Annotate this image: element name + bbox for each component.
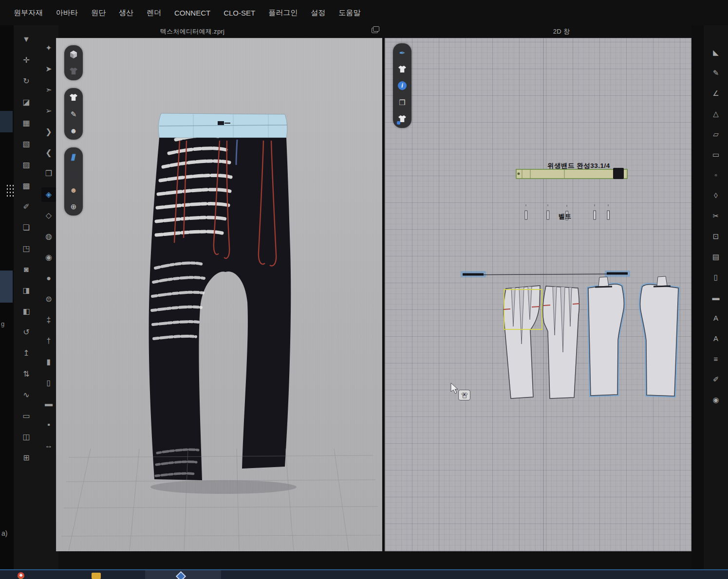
fabric-roll1-icon[interactable]: ▮ (41, 355, 56, 369)
menu-item[interactable]: 플러그인 (268, 8, 298, 18)
fold-arrange-icon[interactable]: ◳ (19, 241, 34, 256)
button-large-icon[interactable]: ● (41, 271, 56, 286)
tack-pin3-icon[interactable]: ➢ (41, 104, 56, 118)
pattern-info-icon[interactable]: i (396, 80, 409, 91)
sew-machine-icon[interactable]: ▦ (19, 116, 34, 130)
text-tool-icon[interactable]: A (709, 310, 723, 325)
edit-pattern-icon[interactable]: ✎ (709, 65, 723, 80)
text-style-icon[interactable]: A (709, 331, 723, 345)
fabric-roll4-icon[interactable]: ▪ (41, 417, 56, 432)
edit-curve-icon[interactable]: ∠ (709, 86, 723, 100)
folder-icon[interactable] (92, 573, 101, 579)
garment-measure-icon[interactable]: ◫ (19, 430, 34, 444)
menu-item[interactable]: 원부자재 (14, 8, 43, 18)
active-app-tile[interactable] (145, 570, 221, 579)
wrap-cylinder-icon[interactable]: ◧ (19, 304, 34, 319)
needle-tool-icon[interactable]: ✒ (396, 47, 409, 58)
garment-measure2-icon[interactable]: ⊞ (19, 451, 34, 465)
tack-pin5-icon[interactable]: ❮ (41, 145, 56, 160)
fabric-bundle-icon[interactable]: ❒ (41, 166, 56, 181)
menu-item[interactable]: 아바타 (56, 8, 78, 18)
pattern-pieces-belt-loops[interactable]: 벨트 (525, 204, 610, 220)
trace-icon[interactable]: ⊡ (709, 229, 723, 243)
show-garment-icon[interactable] (67, 91, 80, 103)
simulate-icon[interactable]: ▼ (19, 32, 34, 47)
browser-icon[interactable] (18, 572, 24, 579)
zipper-icon[interactable]: ‡ (41, 313, 56, 327)
spread-tool-icon[interactable]: ↔ (41, 438, 56, 453)
transform-pattern-icon[interactable]: ◣ (709, 45, 723, 59)
texture-shirt-active-icon[interactable]: ◈ (41, 187, 56, 202)
rotate-tool-icon[interactable]: ↻ (19, 74, 34, 89)
tack-pin1-icon[interactable]: ➤ (41, 62, 56, 76)
ruler-horizontal-icon[interactable]: ▬ (709, 290, 723, 305)
sew-free-icon[interactable]: ▨ (19, 158, 34, 172)
globe-small-icon[interactable]: ◍ (41, 229, 56, 244)
move-tool-icon[interactable]: ✛ (19, 53, 34, 68)
pattern-piece-front-right[interactable] (543, 286, 579, 398)
dart-icon[interactable]: ◊ (709, 188, 723, 202)
reset-drape-icon[interactable]: ↺ (19, 325, 34, 340)
seam-allowance-icon[interactable]: ▤ (709, 249, 723, 264)
view2d-viewport[interactable]: ✒ i ❒ 위생밴드 완성33.1/4 (385, 38, 691, 551)
pin-box-icon[interactable]: ❏ (19, 220, 34, 235)
pattern-piece-back-left[interactable] (588, 277, 624, 396)
left-toolbar: ▼✛↻◪▦▧▨▩✐❏◳◙◨◧↺↥⇅∿▭◫⊞ ✦➤➣➢❯❮❒◈◇◍◉●⊜‡†▮▯▬… (14, 25, 58, 570)
globe-icon[interactable]: ⊕ (67, 200, 80, 212)
menu-item[interactable]: CLO-SET (224, 9, 255, 17)
menu-item[interactable]: 도움말 (338, 8, 360, 18)
mesh-garment-icon[interactable] (67, 65, 80, 77)
detach-window-icon[interactable] (372, 28, 378, 33)
polygon-icon[interactable]: ▱ (709, 127, 723, 141)
scissors-icon[interactable]: ✂ (709, 208, 723, 223)
pin-tool-icon[interactable]: ✐ (19, 199, 34, 214)
menu-item[interactable]: 생산 (119, 8, 133, 18)
brush-pin-icon[interactable]: ✎ (67, 108, 80, 120)
pattern-canvas[interactable]: 위생밴드 완성33.1/4 벨트 (385, 38, 691, 551)
avatar-bust-icon[interactable]: ☻ (67, 184, 80, 196)
tape-measure-icon[interactable]: ▭ (19, 409, 34, 423)
show-garment-2d-icon[interactable] (396, 63, 409, 75)
ruler-vertical-icon[interactable]: ▯ (709, 270, 723, 284)
tape-curve-icon[interactable]: ∿ (19, 388, 34, 402)
avatar-run-icon[interactable]: ✦ (41, 41, 56, 55)
button-lock-icon[interactable]: ⊜ (41, 292, 56, 307)
waistband-label: 위생밴드 완성33.1/4 (547, 162, 610, 169)
rectangle-icon[interactable]: ▭ (709, 147, 723, 162)
fit-avatar-icon[interactable]: ▩ (19, 179, 34, 193)
fabric-roll3-icon[interactable]: ▬ (41, 397, 56, 411)
view3d-viewport[interactable]: ✎ ☻ ▮ ◢ ☻ ⊕ (56, 38, 382, 551)
menu-item[interactable]: 원단 (91, 8, 106, 18)
pattern-draw-icon[interactable]: ✐ (709, 372, 723, 386)
tack-pin4-icon[interactable]: ❯ (41, 125, 56, 139)
fabric-roll2-icon[interactable]: ▯ (41, 376, 56, 390)
texture-shirt-icon[interactable]: ◇ (41, 208, 56, 223)
jacket-icon[interactable]: ◙ (19, 262, 34, 277)
clone-garment-icon[interactable]: ◨ (19, 283, 34, 298)
dashed-rect-icon[interactable]: ▫ (709, 167, 723, 182)
lock-pattern-icon[interactable] (396, 113, 409, 125)
pattern-elevate-icon[interactable]: ⇅ (19, 367, 34, 381)
selected-internal-line[interactable] (461, 271, 630, 277)
menu-item[interactable]: CONNECT (174, 9, 210, 17)
fabric-info-icon[interactable]: ❒ (396, 96, 409, 108)
render-cone-icon[interactable]: ◢ (67, 167, 80, 179)
add-point-icon[interactable]: △ (709, 106, 723, 121)
view-cube-icon[interactable] (67, 49, 80, 60)
pattern-avatar-icon[interactable]: ◉ (709, 392, 723, 407)
pleat-icon[interactable]: ≡ (709, 351, 723, 366)
menu-item[interactable]: 렌더 (147, 8, 161, 18)
zipper2-icon[interactable]: † (41, 334, 56, 348)
lift-garment-icon[interactable]: ↥ (19, 346, 34, 361)
texture-roll-icon[interactable]: ▮ (66, 151, 81, 163)
tack-pin2-icon[interactable]: ➣ (41, 83, 56, 97)
belt-loop-label: 벨트 (559, 213, 571, 220)
sew-segment-icon[interactable]: ▧ (19, 137, 34, 151)
button-icon[interactable]: ◉ (41, 250, 56, 265)
show-avatar-icon[interactable]: ☻ (67, 125, 80, 136)
pattern-piece-front-left[interactable] (504, 286, 542, 398)
pattern-piece-back-right[interactable] (640, 276, 678, 396)
menu-item[interactable]: 설정 (311, 8, 325, 18)
drape-garment-icon[interactable]: ◪ (19, 95, 34, 109)
pattern-piece-waistband[interactable]: 위생밴드 완성33.1/4 (516, 162, 627, 179)
